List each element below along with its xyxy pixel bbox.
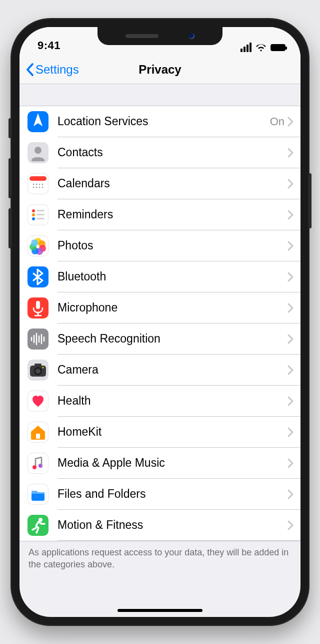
chevron-right-icon <box>288 117 294 127</box>
chevron-right-icon <box>288 458 294 468</box>
location-icon <box>28 111 48 132</box>
music-icon <box>28 453 48 474</box>
row-label: Calendars <box>58 177 284 190</box>
camera-icon <box>28 360 48 381</box>
row-label: Camera <box>58 363 284 377</box>
row-health[interactable]: Health <box>20 386 300 417</box>
chevron-right-icon <box>288 148 294 158</box>
files-icon <box>28 484 48 505</box>
status-time: 9:41 <box>38 39 60 52</box>
volume-down <box>8 208 12 248</box>
volume-up <box>8 158 12 198</box>
speaker <box>126 34 158 38</box>
chevron-right-icon <box>288 520 294 530</box>
photos-icon <box>28 235 48 256</box>
row-label: Microphone <box>58 301 284 314</box>
calendars-icon <box>28 173 48 194</box>
row-label: Files and Folders <box>58 487 284 501</box>
row-bluetooth[interactable]: Bluetooth <box>20 261 300 292</box>
row-label: Location Services <box>58 115 270 128</box>
row-microphone[interactable]: Microphone <box>20 292 300 324</box>
microphone-icon <box>28 297 48 318</box>
screen: 9:41 Settings Privacy <box>20 27 300 617</box>
row-speech[interactable]: Speech Recognition <box>20 324 300 355</box>
motion-icon <box>28 515 48 536</box>
row-label: Reminders <box>58 208 284 221</box>
chevron-right-icon <box>288 241 294 251</box>
chevron-right-icon <box>288 179 294 189</box>
battery-icon <box>270 44 286 51</box>
wifi-icon <box>256 44 266 52</box>
back-label: Settings <box>36 63 79 77</box>
row-homekit[interactable]: HomeKit <box>20 417 300 448</box>
chevron-right-icon <box>288 303 294 313</box>
row-label: Photos <box>58 239 284 252</box>
row-value: On <box>270 115 284 128</box>
chevron-right-icon <box>288 489 294 499</box>
row-label: Contacts <box>58 146 284 159</box>
row-location[interactable]: Location ServicesOn <box>20 106 300 137</box>
chevron-right-icon <box>288 396 294 406</box>
row-contacts[interactable]: Contacts <box>20 137 300 168</box>
navigation-bar: Settings Privacy <box>20 55 300 84</box>
row-label: HomeKit <box>58 425 284 439</box>
row-calendars[interactable]: Calendars <box>20 168 300 199</box>
speech-icon <box>28 329 48 350</box>
home-indicator[interactable] <box>118 609 202 612</box>
chevron-right-icon <box>288 365 294 375</box>
chevron-right-icon <box>288 210 294 220</box>
row-label: Speech Recognition <box>58 332 284 346</box>
row-files[interactable]: Files and Folders <box>20 479 300 510</box>
privacy-list[interactable]: Location ServicesOnContactsCalendarsRemi… <box>20 106 300 541</box>
chevron-right-icon <box>288 334 294 344</box>
row-motion[interactable]: Motion & Fitness <box>20 510 300 541</box>
row-label: Motion & Fitness <box>58 518 284 532</box>
bluetooth-icon <box>28 266 48 287</box>
chevron-right-icon <box>288 427 294 437</box>
back-button[interactable]: Settings <box>26 63 79 77</box>
reminders-icon <box>28 204 48 225</box>
row-reminders[interactable]: Reminders <box>20 199 300 230</box>
health-icon <box>28 391 48 412</box>
device-frame: 9:41 Settings Privacy <box>10 18 310 626</box>
row-label: Media & Apple Music <box>58 456 284 470</box>
section-footer: As applications request access to your d… <box>20 541 300 578</box>
row-camera[interactable]: Camera <box>20 355 300 386</box>
contacts-icon <box>28 142 48 163</box>
notch <box>98 27 222 45</box>
cellular-signal-icon <box>240 43 252 52</box>
homekit-icon <box>28 422 48 443</box>
row-label: Health <box>58 394 284 408</box>
front-camera <box>188 33 194 39</box>
chevron-right-icon <box>288 272 294 282</box>
row-photos[interactable]: Photos <box>20 230 300 261</box>
row-label: Bluetooth <box>58 270 284 283</box>
mute-switch <box>8 118 12 138</box>
chevron-left-icon <box>26 63 34 77</box>
power-button <box>308 173 312 228</box>
row-music[interactable]: Media & Apple Music <box>20 448 300 479</box>
section-gap <box>20 84 300 106</box>
